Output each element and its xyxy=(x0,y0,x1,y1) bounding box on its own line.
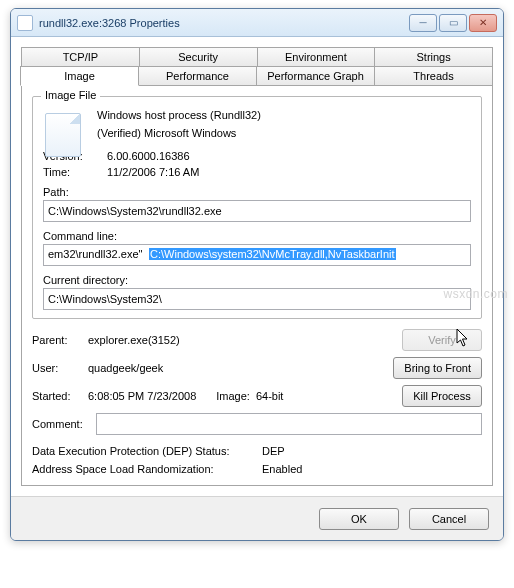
aslr-value: Enabled xyxy=(262,463,302,475)
cmdline-label: Command line: xyxy=(43,230,471,242)
verify-button[interactable]: Verify xyxy=(402,329,482,351)
dialog-footer: OK Cancel xyxy=(11,496,503,540)
image-file-group: Image File Windows host process (Rundll3… xyxy=(32,96,482,319)
file-icon xyxy=(17,15,33,31)
curdir-field[interactable] xyxy=(43,288,471,310)
tab-perfgraph[interactable]: Performance Graph xyxy=(256,66,375,85)
properties-dialog: rundll32.exe:3268 Properties ─ ▭ ✕ TCP/I… xyxy=(10,8,504,541)
group-title: Image File xyxy=(41,89,100,101)
document-icon xyxy=(45,113,81,157)
image-label: Image: xyxy=(216,390,250,402)
cancel-button[interactable]: Cancel xyxy=(409,508,489,530)
path-field[interactable] xyxy=(43,200,471,222)
file-description: Windows host process (Rundll32) xyxy=(97,107,471,125)
cmdline-field[interactable] xyxy=(43,244,471,266)
dep-value: DEP xyxy=(262,445,285,457)
image-value: 64-bit xyxy=(256,390,284,402)
tab-image[interactable]: Image xyxy=(20,66,139,86)
tab-tcpip[interactable]: TCP/IP xyxy=(21,47,140,66)
minimize-button[interactable]: ─ xyxy=(409,14,437,32)
started-label: Started: xyxy=(32,390,88,402)
tab-threads[interactable]: Threads xyxy=(374,66,493,85)
tab-environment[interactable]: Environment xyxy=(257,47,376,66)
aslr-label: Address Space Load Randomization: xyxy=(32,463,262,475)
titlebar[interactable]: rundll32.exe:3268 Properties ─ ▭ ✕ xyxy=(11,9,503,37)
close-button[interactable]: ✕ xyxy=(469,14,497,32)
curdir-label: Current directory: xyxy=(43,274,471,286)
tab-panel-image: Image File Windows host process (Rundll3… xyxy=(21,86,493,486)
comment-label: Comment: xyxy=(32,418,88,430)
tab-strip: TCP/IP Security Environment Strings Imag… xyxy=(21,47,493,86)
maximize-button[interactable]: ▭ xyxy=(439,14,467,32)
time-label: Time: xyxy=(43,166,107,178)
ok-button[interactable]: OK xyxy=(319,508,399,530)
tab-strings[interactable]: Strings xyxy=(374,47,493,66)
time-value: 11/2/2006 7:16 AM xyxy=(107,166,199,178)
user-value: quadgeek/geek xyxy=(88,362,163,374)
started-value: 6:08:05 PM 7/23/2008 xyxy=(88,390,196,402)
version-value: 6.00.6000.16386 xyxy=(107,150,190,162)
file-verified: (Verified) Microsoft Windows xyxy=(97,125,471,143)
kill-process-button[interactable]: Kill Process xyxy=(402,385,482,407)
parent-value: explorer.exe(3152) xyxy=(88,334,180,346)
tab-security[interactable]: Security xyxy=(139,47,258,66)
dep-label: Data Execution Protection (DEP) Status: xyxy=(32,445,262,457)
user-label: User: xyxy=(32,362,88,374)
bring-to-front-button[interactable]: Bring to Front xyxy=(393,357,482,379)
tab-performance[interactable]: Performance xyxy=(138,66,257,85)
window-title: rundll32.exe:3268 Properties xyxy=(39,17,409,29)
comment-field[interactable] xyxy=(96,413,482,435)
path-label: Path: xyxy=(43,186,471,198)
parent-label: Parent: xyxy=(32,334,88,346)
